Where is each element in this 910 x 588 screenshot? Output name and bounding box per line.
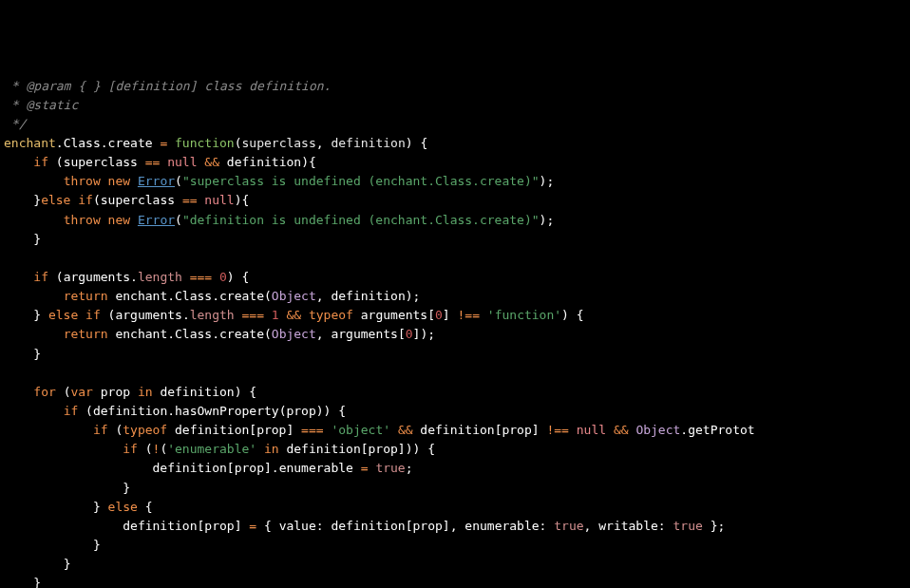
token-property: length: [190, 308, 235, 322]
token-identifier: arguments: [115, 308, 181, 322]
token-dot: .: [167, 289, 175, 303]
token-bracket: ]: [398, 442, 406, 456]
token-method: hasOwnProperty: [175, 404, 279, 418]
token-identifier: prop: [413, 519, 443, 533]
token-paren: ): [561, 308, 569, 322]
token-keyword: else: [108, 500, 138, 514]
token-null: null: [577, 423, 606, 437]
token-identifier: definition: [420, 423, 494, 437]
token-keyword: else: [41, 193, 70, 207]
code-editor[interactable]: * @param { } [definition] class definiti…: [0, 77, 910, 588]
token-bracket: ]: [532, 423, 540, 437]
token-paren: (: [264, 289, 272, 303]
token-bool: true: [673, 519, 703, 533]
token-keyword: throw: [64, 213, 101, 227]
token-semicolon: ;: [717, 519, 725, 533]
token-comma: ,: [316, 136, 324, 150]
token-brace: {: [338, 404, 346, 418]
token-brace: }: [93, 538, 101, 552]
comment-line: * @static: [4, 98, 78, 112]
token-paren: (: [85, 404, 93, 418]
token-paren: ): [406, 289, 413, 303]
token-operator: ===: [190, 270, 212, 284]
token-paren: ): [235, 385, 242, 399]
token-number: 0: [435, 308, 443, 322]
token-identifier: arguments: [64, 270, 130, 284]
token-function-keyword: function: [175, 136, 235, 150]
token-identifier: prop: [286, 404, 315, 418]
token-paren: ): [413, 442, 421, 456]
token-identifier: prop: [369, 442, 398, 456]
token-brace: }: [33, 232, 41, 246]
token-semicolon: ;: [427, 327, 435, 341]
token-dot: .: [680, 423, 688, 437]
token-dot: .: [212, 289, 219, 303]
token-keyword: in: [264, 442, 279, 456]
token-keyword: if: [85, 308, 101, 322]
token-identifier: superclass: [101, 193, 175, 207]
token-brace: }: [33, 308, 41, 322]
token-identifier: enchant: [115, 327, 167, 341]
token-colon: :: [316, 519, 324, 533]
token-paren: ): [235, 193, 242, 207]
token-brace: }: [33, 193, 41, 207]
token-paren: ): [301, 155, 309, 169]
token-dot: .: [56, 136, 64, 150]
token-paren: (: [145, 442, 153, 456]
token-operator: ==: [145, 155, 161, 169]
token-operator: !==: [546, 423, 568, 437]
token-brace: {: [145, 500, 153, 514]
token-identifier: definition: [227, 155, 301, 169]
token-brace: }: [33, 576, 41, 588]
token-property: length: [138, 270, 182, 284]
token-identifier: definition: [331, 519, 405, 533]
token-identifier: definition: [153, 461, 227, 475]
token-bracket: ]: [443, 308, 450, 322]
token-bool: true: [554, 519, 583, 533]
token-identifier: definition: [286, 442, 360, 456]
token-keyword: var: [70, 385, 92, 399]
token-semicolon: ;: [406, 461, 413, 475]
token-keyword: else: [48, 308, 78, 322]
token-number: 0: [219, 270, 227, 284]
token-keyword: new: [108, 174, 130, 188]
token-brace: }: [93, 500, 101, 514]
token-identifier: definition: [93, 404, 167, 418]
token-keyword: if: [33, 270, 48, 284]
token-string: 'function': [487, 308, 561, 322]
token-param: superclass: [242, 136, 316, 150]
token-keyword: for: [33, 385, 55, 399]
token-operator: =: [249, 519, 256, 533]
token-null: null: [167, 155, 197, 169]
token-operator: !==: [458, 308, 480, 322]
token-paren: (: [56, 270, 64, 284]
token-paren: ): [406, 136, 413, 150]
token-keyword: new: [108, 213, 130, 227]
token-bracket: ]: [235, 519, 242, 533]
token-bracket: [: [406, 519, 413, 533]
token-identifier: definition: [123, 519, 197, 533]
token-keyword: typeof: [123, 423, 167, 437]
token-operator: ===: [301, 423, 323, 437]
token-identifier: Class: [175, 327, 212, 341]
token-operator: =: [361, 461, 369, 475]
token-paren: (: [93, 193, 101, 207]
token-semicolon: ;: [546, 174, 554, 188]
token-property: enumerable: [279, 461, 353, 475]
token-property: value: [279, 519, 316, 533]
token-null: null: [204, 193, 234, 207]
token-dot: .: [101, 136, 108, 150]
token-brace: {: [242, 193, 250, 207]
token-brace: {: [242, 270, 250, 284]
token-dot: .: [167, 327, 175, 341]
token-keyword: if: [33, 155, 48, 169]
token-bracket: ]: [443, 519, 450, 533]
token-builtin: Object: [272, 289, 316, 303]
token-bool: true: [375, 461, 405, 475]
token-string: "definition is undefined (enchant.Class.…: [182, 213, 540, 227]
token-brace: {: [264, 519, 272, 533]
token-comma: ,: [450, 519, 458, 533]
token-identifier: definition: [160, 385, 234, 399]
token-brace: }: [123, 481, 130, 495]
token-operator: &&: [286, 308, 301, 322]
